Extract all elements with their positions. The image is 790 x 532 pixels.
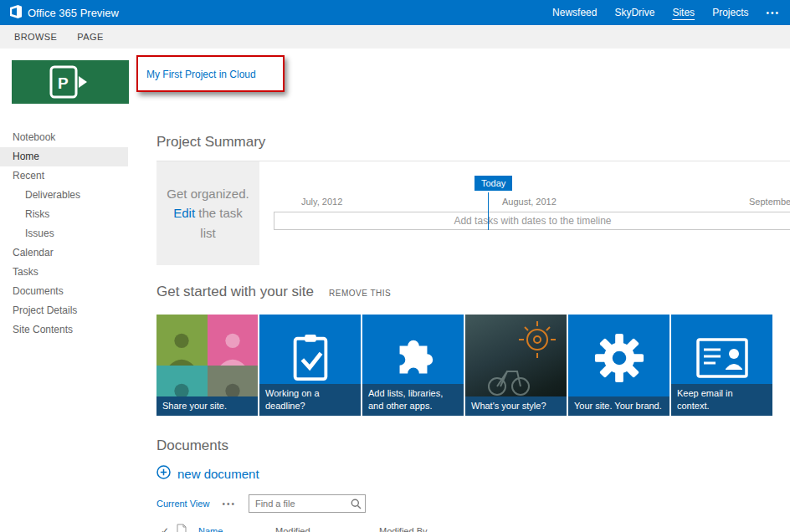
tab-page[interactable]: PAGE [67, 25, 113, 49]
edit-task-list-link[interactable]: Edit [173, 206, 195, 220]
page: Office 365 Preview Newsfeed SkyDrive Sit… [0, 0, 790, 532]
find-a-file-search [249, 494, 366, 513]
new-document-link[interactable]: new document [156, 465, 259, 482]
style-photo-icon [465, 315, 567, 401]
sidebar-item-risks[interactable]: Risks [0, 205, 128, 224]
suite-nav: Newsfeed SkyDrive Sites Projects ••• [552, 7, 780, 18]
column-header-modified-by[interactable]: Modified By [379, 526, 427, 532]
sidebar-item-documents[interactable]: Documents [0, 282, 128, 301]
nav-skydrive[interactable]: SkyDrive [614, 7, 654, 18]
project-site-logo[interactable]: P [12, 60, 129, 104]
main-content: Project Summary Get organized. Edit the … [128, 125, 790, 532]
documents-heading: Documents [156, 437, 790, 454]
tile-caption: Share your site. [156, 396, 258, 416]
suite-more-icon[interactable]: ••• [766, 8, 780, 18]
project-summary-heading: Project Summary [156, 134, 790, 151]
sidebar-item-notebook[interactable]: Notebook [0, 128, 128, 147]
tile-caption: What's your style? [465, 396, 567, 416]
documents-table-header: ✓ Name Modified Modified By [156, 524, 790, 532]
nav-sites[interactable]: Sites [672, 7, 695, 18]
timeline-bar[interactable]: Add tasks with dates to the timeline [274, 212, 790, 230]
tile-working-on-deadline[interactable]: Working on a deadline? [259, 315, 361, 416]
remove-this-link[interactable]: REMOVE THIS [329, 289, 391, 298]
office365-brand[interactable]: Office 365 Preview [10, 5, 119, 21]
select-all-checkmark-icon[interactable]: ✓ [156, 525, 177, 532]
documents-toolbar: Current View ••• [156, 494, 790, 513]
timeline-month-september: September, 2012 [749, 197, 790, 207]
tile-caption: Add lists, libraries, and other apps. [362, 384, 464, 416]
tile-caption: Working on a deadline? [259, 384, 361, 416]
svg-text:P: P [58, 74, 69, 92]
gear-icon [568, 315, 669, 401]
annotation-highlight-box: My First Project in Cloud [136, 55, 285, 92]
column-header-modified[interactable]: Modified [275, 526, 379, 532]
site-header: P My First Project in Cloud [0, 49, 790, 125]
add-plus-icon [156, 465, 171, 482]
tile-caption: Keep email in context. [671, 384, 772, 416]
get-started-header: Get started with your site REMOVE THIS [156, 284, 790, 300]
sidebar-section-recent: Recent [0, 166, 128, 186]
get-started-heading: Get started with your site [156, 284, 314, 300]
view-more-icon[interactable]: ••• [222, 499, 236, 509]
sidebar-item-tasks[interactable]: Tasks [0, 263, 128, 282]
document-type-icon [177, 524, 198, 532]
ribbon-bar: BROWSE PAGE [0, 25, 790, 49]
project-logo-icon: P [49, 64, 92, 100]
getting-started-tiles: Share your site. Working on a deadline? [156, 315, 790, 416]
timeline-today-line [488, 192, 489, 230]
timeline: July, 2012 August, 2012 September, 2012 … [274, 161, 790, 265]
sidebar-item-home[interactable]: Home [0, 147, 128, 166]
sidebar-item-project-details[interactable]: Project Details [0, 301, 128, 320]
new-document-label: new document [177, 467, 259, 481]
content-layout: Notebook Home Recent Deliverables Risks … [0, 125, 790, 532]
project-summary-webpart: Get organized. Edit the task list July, … [156, 161, 790, 265]
sidebar-item-site-contents[interactable]: Site Contents [0, 320, 128, 340]
tab-browse[interactable]: BROWSE [4, 25, 67, 49]
timeline-placeholder-text: Add tasks with dates to the timeline [454, 215, 611, 227]
sidebar-item-calendar[interactable]: Calendar [0, 243, 128, 263]
left-nav: Notebook Home Recent Deliverables Risks … [0, 125, 128, 532]
search-icon[interactable] [351, 498, 362, 513]
get-organized-intro: Get organized. [167, 187, 249, 201]
site-title-link[interactable]: My First Project in Cloud [146, 69, 256, 80]
timeline-today-marker: Today [475, 176, 512, 191]
timeline-month-august: August, 2012 [502, 197, 557, 207]
tile-whats-your-style[interactable]: What's your style? [465, 315, 567, 416]
tile-your-site-your-brand[interactable]: Your site. Your brand. [568, 315, 669, 416]
column-header-name[interactable]: Name [198, 526, 275, 532]
tile-add-lists-apps[interactable]: Add lists, libraries, and other apps. [362, 315, 464, 416]
tile-share-your-site[interactable]: Share your site. [156, 315, 258, 416]
find-a-file-input[interactable] [249, 494, 366, 513]
nav-projects[interactable]: Projects [712, 7, 748, 18]
suite-bar: Office 365 Preview Newsfeed SkyDrive Sit… [0, 0, 790, 25]
current-view-link[interactable]: Current View [156, 499, 209, 509]
get-organized-outro: the task list [198, 206, 243, 239]
get-organized-panel: Get organized. Edit the task list [156, 161, 259, 265]
tile-caption: Your site. Your brand. [568, 396, 669, 416]
office365-logo-icon [10, 5, 22, 21]
nav-newsfeed[interactable]: Newsfeed [552, 7, 597, 18]
tile-keep-email-in-context[interactable]: Keep email in context. [671, 315, 772, 416]
sidebar-item-deliverables[interactable]: Deliverables [0, 186, 128, 205]
sidebar-item-issues[interactable]: Issues [0, 224, 128, 243]
get-organized-text: Get organized. Edit the task list [166, 184, 251, 243]
timeline-month-july: July, 2012 [301, 197, 342, 207]
brand-label: Office 365 Preview [28, 7, 119, 19]
